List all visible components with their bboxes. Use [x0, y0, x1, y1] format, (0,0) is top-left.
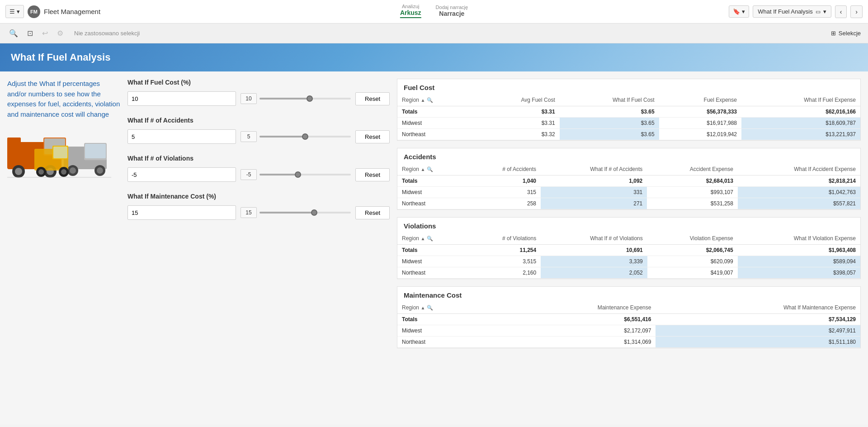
vio-sort-icon[interactable]: ▲ [420, 236, 425, 241]
selekcje-button[interactable]: ⊞ Selekcje [831, 30, 861, 37]
table-row: Northeast $3.32 $3.65 $12,019,942 $13,22… [397, 129, 860, 140]
violations-table: Region ▲ 🔍 # of Violations What If # of … [397, 232, 860, 279]
accidents-row: 5 Reset [127, 129, 390, 144]
maintenance-slider[interactable] [259, 208, 351, 217]
fuel-col-avg: Avg Fuel Cost [476, 94, 560, 106]
fuel-northeast-whatif-expense: $13,221,937 [741, 129, 860, 140]
fuel-midwest-expense: $16,917,988 [659, 118, 741, 129]
maintenance-reset-button[interactable]: Reset [355, 206, 390, 219]
acc-col-whatif-expense: What If Accident Expense [738, 163, 860, 176]
undo-icon: ↩ [40, 27, 50, 39]
tab-analyze[interactable]: Analizuj Arkusz [400, 4, 421, 20]
fuel-cost-section-title: Fuel Cost [397, 79, 860, 94]
fuel-cost-input[interactable] [127, 91, 236, 106]
violations-label: What If # of Violations [127, 155, 390, 162]
svg-point-12 [70, 167, 76, 174]
sheet-title-button[interactable]: What If Fuel Analysis ▭ ▾ [753, 5, 831, 18]
fuel-cost-control: What If Fuel Cost (%) 10 Reset [127, 79, 390, 106]
accidents-control: What If # of Accidents 5 Reset [127, 117, 390, 144]
acc-sort-icon[interactable]: ▲ [420, 167, 425, 172]
vio-col-whatif-expense: What If Violation Expense [738, 232, 860, 245]
region-sort-icon[interactable]: ▲ [420, 98, 425, 103]
violations-input[interactable] [127, 167, 236, 182]
fuel-midwest-region: Midwest [397, 118, 476, 129]
hamburger-chevron: ▾ [17, 8, 20, 15]
page-title: What If Fuel Analysis [11, 52, 857, 63]
maintenance-input[interactable] [127, 205, 236, 220]
top-nav: ☰ ▾ FM Fleet Management Analizuj Arkusz … [0, 0, 868, 24]
fuel-midwest-avg: $3.31 [476, 118, 560, 129]
fuel-cost-slider-value: 10 [241, 93, 257, 104]
fuel-cost-label: What If Fuel Cost (%) [127, 79, 390, 86]
maintenance-control: What If Maintenance Cost (%) 15 Reset [127, 193, 390, 220]
acc-col-region: Region ▲ 🔍 [397, 163, 467, 176]
fuel-totals-row: Totals $3.31 $3.65 $56,378,333 $62,016,1… [397, 106, 860, 118]
accidents-reset-button[interactable]: Reset [355, 130, 390, 143]
select-region-icon[interactable]: ⊡ [25, 27, 35, 39]
fuel-cost-reset-button[interactable]: Reset [355, 92, 390, 105]
violations-totals-row: Totals 11,254 10,691 $2,066,745 $1,963,4… [397, 245, 860, 256]
acc-col-expense: Accident Expense [647, 163, 738, 176]
sheet-title-text: What If Fuel Analysis [758, 8, 812, 15]
nav-prev-button[interactable]: ‹ [835, 5, 847, 18]
table-row: Northeast 2,160 2,052 $419,007 $398,057 [397, 267, 860, 279]
maintenance-slider-value: 15 [241, 207, 257, 218]
vio-col-whatif: What If # of Violations [541, 232, 647, 245]
svg-rect-10 [85, 144, 106, 158]
fuel-total-whatif-expense: $62,016,166 [741, 106, 860, 118]
svg-point-5 [15, 168, 22, 175]
bookmark-icon: 🔖 [733, 8, 740, 15]
maintenance-totals-row: Totals $6,551,416 $7,534,129 [397, 314, 860, 325]
violations-control: What If # of Violations -5 Reset [127, 155, 390, 182]
left-panel: Adjust the What If percentages and/or nu… [7, 79, 120, 417]
vio-search-icon[interactable]: 🔍 [427, 236, 433, 241]
fuel-northeast-region: Northeast [397, 129, 476, 140]
accidents-input[interactable] [127, 129, 236, 144]
table-row: Midwest $2,172,097 $2,497,911 [397, 325, 860, 337]
center-tabs: Analizuj Arkusz Dodaj narrację Narracje [400, 4, 468, 20]
svg-point-19 [38, 169, 44, 175]
selekcje-icon: ⊞ [831, 30, 836, 37]
hamburger-menu[interactable]: ☰ ▾ [5, 5, 24, 18]
violations-slider[interactable] [259, 170, 351, 179]
violations-row: -5 Reset [127, 167, 390, 182]
page-title-bar: What If Fuel Analysis [0, 43, 868, 71]
table-row: Midwest 315 331 $993,107 $1,042,763 [397, 187, 860, 198]
acc-col-count: # of Accidents [467, 163, 541, 176]
maint-search-icon[interactable]: 🔍 [427, 305, 433, 310]
nav-next-button[interactable]: › [850, 5, 863, 18]
acc-search-icon[interactable]: 🔍 [427, 166, 433, 172]
region-search-icon[interactable]: 🔍 [427, 97, 433, 103]
maintenance-table-section: Maintenance Cost Region ▲ 🔍 Maintenance … [397, 286, 861, 348]
bookmark-chevron: ▾ [742, 8, 745, 15]
svg-rect-3 [7, 138, 21, 151]
accidents-totals-row: Totals 1,040 1,092 $2,684,013 $2,818,214 [397, 176, 860, 187]
accidents-table: Region ▲ 🔍 # of Accidents What If # of A… [397, 163, 860, 209]
description-text: Adjust the What If percentages and/or nu… [7, 79, 120, 119]
main-content: Adjust the What If percentages and/or nu… [0, 71, 868, 424]
violations-reset-button[interactable]: Reset [355, 168, 390, 181]
maint-col-expense: Maintenance Expense [498, 302, 656, 314]
trucks-svg [7, 128, 111, 178]
svg-point-21 [61, 169, 66, 175]
svg-rect-17 [53, 147, 67, 158]
fuel-total-avg: $3.31 [476, 106, 560, 118]
vio-col-region: Region ▲ 🔍 [397, 232, 467, 245]
fuel-col-whatif: What If Fuel Cost [560, 94, 659, 106]
fuel-col-region: Region ▲ 🔍 [397, 94, 476, 106]
bookmark-button[interactable]: 🔖 ▾ [729, 5, 749, 18]
violations-slider-value: -5 [241, 169, 257, 180]
accidents-slider[interactable] [259, 132, 351, 141]
violations-table-section: Violations Region ▲ 🔍 # of Violations Wh… [397, 217, 861, 279]
maint-sort-icon[interactable]: ▲ [420, 305, 425, 310]
table-row: Northeast $1,314,069 $1,511,180 [397, 337, 860, 348]
fuel-col-expense: Fuel Expense [659, 94, 741, 106]
fuel-cost-slider[interactable] [259, 94, 351, 103]
tab-narrate[interactable]: Dodaj narrację Narracje [436, 5, 468, 19]
table-row: Midwest 3,515 3,339 $620,099 $589,094 [397, 256, 860, 267]
fuel-col-whatif-expense: What If Fuel Expense [741, 94, 860, 106]
zoom-icon[interactable]: 🔍 [7, 27, 20, 39]
sheet-title-chevron: ▾ [823, 8, 826, 15]
hamburger-icon: ☰ [9, 8, 15, 15]
settings-icon: ⚙ [55, 27, 65, 39]
